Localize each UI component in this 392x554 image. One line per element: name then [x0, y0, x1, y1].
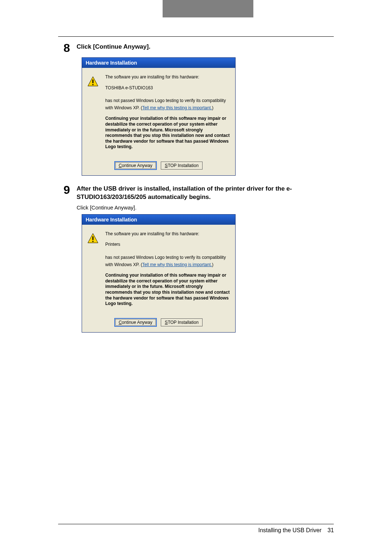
dialog-text: The software you are installing for this…	[105, 231, 230, 308]
dialog-warning-text: Continuing your installation of this sof…	[105, 273, 230, 307]
footer-text: Installing the USB Driver	[258, 527, 321, 533]
step-title: Click [Continue Anyway].	[77, 43, 150, 51]
rule-bottom	[58, 524, 334, 525]
warning-icon	[87, 76, 99, 87]
dialog-hardware-name: TOSHIBA e-STUDIO163	[105, 85, 230, 91]
btn-label-continue: ontinue Anyway	[122, 320, 152, 325]
btn-label-stop: TOP Installation	[168, 320, 199, 325]
tell-me-why-link[interactable]: Tell me why this testing is important.	[142, 262, 212, 267]
dialog-body: The software you are installing for this…	[82, 68, 235, 155]
page-content: 8 Click [Continue Anyway]. Hardware Inst…	[64, 43, 334, 342]
svg-rect-1	[93, 80, 94, 83]
continue-anyway-button[interactable]: Continue Anyway	[115, 318, 156, 326]
dialog-compat-line2: with Windows XP. (Tell me why this testi…	[105, 262, 230, 268]
step-number: 8	[64, 42, 77, 54]
step-number: 9	[64, 184, 77, 196]
step-9: 9 After the USB driver is installed, ins…	[64, 185, 334, 201]
svg-point-2	[92, 84, 94, 85]
dialog-line1: The software you are installing for this…	[105, 231, 230, 237]
dialog-button-row: Continue Anyway STOP Installation	[82, 155, 235, 175]
svg-point-5	[92, 241, 94, 242]
dialog-titlebar: Hardware Installation	[82, 58, 235, 68]
warning-icon	[87, 233, 99, 244]
dialog-warning-text: Continuing your installation of this sof…	[105, 116, 230, 150]
compat-prefix: with Windows XP. (	[105, 105, 142, 110]
rule-top	[58, 36, 334, 37]
stop-installation-button[interactable]: STOP Installation	[161, 162, 203, 170]
btn-label-continue: ontinue Anyway	[122, 163, 152, 168]
dialog-compat-line1: has not passed Windows Logo testing to v…	[105, 255, 230, 261]
compat-suffix: )	[212, 105, 213, 110]
step-8: 8 Click [Continue Anyway].	[64, 43, 334, 54]
hardware-installation-dialog-1: Hardware Installation The software you a…	[82, 57, 236, 176]
continue-anyway-button[interactable]: Continue Anyway	[115, 162, 156, 170]
compat-prefix: with Windows XP. (	[105, 262, 142, 267]
dialog-line1: The software you are installing for this…	[105, 74, 230, 80]
stop-installation-button[interactable]: STOP Installation	[161, 318, 203, 326]
step-9-body: Click [Continue Anyway].	[77, 204, 334, 211]
header-gray-block	[163, 0, 253, 17]
compat-suffix: )	[212, 262, 213, 267]
dialog-hardware-name: Printers	[105, 242, 230, 248]
btn-label-stop: TOP Installation	[168, 163, 199, 168]
dialog-body: The software you are installing for this…	[82, 225, 235, 312]
dialog-compat-line1: has not passed Windows Logo testing to v…	[105, 98, 230, 104]
svg-rect-4	[93, 236, 94, 240]
dialog-text: The software you are installing for this…	[105, 74, 230, 151]
dialog-button-row: Continue Anyway STOP Installation	[82, 312, 235, 332]
dialog-titlebar: Hardware Installation	[82, 215, 235, 225]
hardware-installation-dialog-2: Hardware Installation The software you a…	[82, 214, 236, 333]
page-footer: Installing the USB Driver 31	[258, 527, 334, 534]
tell-me-why-link[interactable]: Tell me why this testing is important.	[142, 105, 212, 110]
page-number: 31	[327, 527, 334, 533]
step-title: After the USB driver is installed, insta…	[77, 185, 334, 201]
dialog-compat-line2: with Windows XP. (Tell me why this testi…	[105, 105, 230, 111]
